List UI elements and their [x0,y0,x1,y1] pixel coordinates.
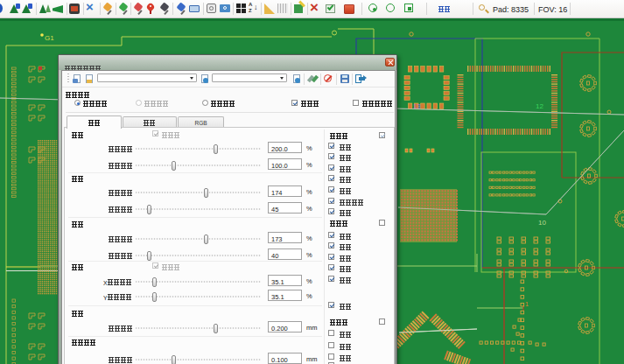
svg-text:1: 1 [525,301,529,307]
svg-text:10: 10 [538,219,546,227]
svg-text:G1: G1 [45,34,54,42]
svg-text:12: 12 [536,102,543,110]
